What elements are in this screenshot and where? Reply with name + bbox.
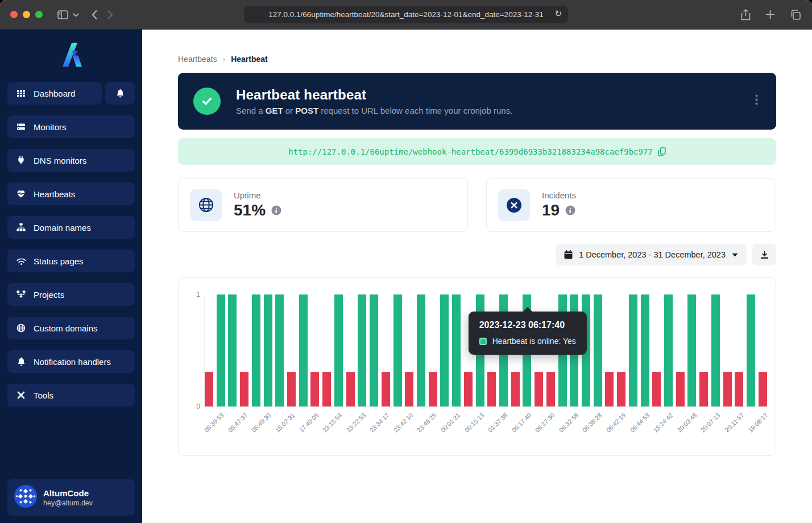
sidebar-item-projects[interactable]: Projects xyxy=(7,283,135,306)
heartbeat-bar-offline[interactable] xyxy=(487,372,496,406)
sidebar-item-status-pages[interactable]: Status pages xyxy=(7,250,135,272)
heartbeat-bar-online[interactable] xyxy=(299,294,308,406)
heartbeat-bar-online[interactable] xyxy=(747,294,755,406)
heartbeat-bar-offline[interactable] xyxy=(382,372,390,406)
minimize-window-button[interactable] xyxy=(23,11,30,18)
copy-icon[interactable] xyxy=(658,147,666,156)
heartbeat-bar-offline[interactable] xyxy=(322,372,331,406)
heartbeat-bar-online[interactable] xyxy=(641,294,649,406)
heartbeat-bar-online[interactable] xyxy=(370,294,378,406)
heartbeat-bar-online[interactable] xyxy=(711,294,720,406)
heartbeat-bar-online[interactable] xyxy=(228,294,237,406)
close-window-button[interactable] xyxy=(10,11,18,18)
globe-solid-icon xyxy=(190,189,222,221)
info-icon[interactable] xyxy=(565,205,575,215)
sidebar-item-label: Dashboard xyxy=(34,89,75,98)
heartbeat-bar-offline[interactable] xyxy=(605,372,614,406)
heartbeat-bar-online[interactable] xyxy=(275,294,284,406)
user-email: hey@altum.dev xyxy=(43,499,93,507)
heartbeat-bar-offline[interactable] xyxy=(464,372,473,406)
breadcrumb-parent-link[interactable]: Heartbeats xyxy=(178,55,217,64)
heartbeat-bar-offline[interactable] xyxy=(310,372,319,406)
heartbeat-bar-offline[interactable] xyxy=(205,372,213,406)
address-bar[interactable]: 127.0.0.1/66uptime/heartbeat/20&start_da… xyxy=(244,6,568,23)
heartbeat-bar-online[interactable] xyxy=(264,294,272,406)
heartbeat-bar-online[interactable] xyxy=(687,294,696,406)
heartbeat-bar-offline[interactable] xyxy=(240,372,248,406)
heartbeat-bar-online[interactable] xyxy=(393,294,402,406)
heartbeat-bar-offline[interactable] xyxy=(535,372,543,406)
share-icon[interactable] xyxy=(741,9,751,20)
sidebar-item-dashboard[interactable]: Dashboard xyxy=(7,82,102,105)
heartbeat-bar-online[interactable] xyxy=(217,294,225,406)
sidebar-item-custom-domains[interactable]: Custom domains xyxy=(7,317,135,339)
y-axis-tick-1: 1 xyxy=(188,290,200,298)
reload-icon[interactable]: ↻ xyxy=(554,9,562,19)
x-axis-tick-label: 20:07:13 xyxy=(699,412,722,434)
heartbeat-bar-offline[interactable] xyxy=(511,372,520,406)
url-text: 127.0.0.1/66uptime/heartbeat/20&start_da… xyxy=(268,10,543,19)
browser-window: 127.0.0.1/66uptime/heartbeat/20&start_da… xyxy=(0,0,812,523)
heartbeat-bar-online[interactable] xyxy=(629,294,637,406)
sidebar-item-label: Projects xyxy=(34,290,64,300)
x-axis-tick-label: 15:07:31 xyxy=(274,412,296,434)
sidebar-item-label: Notification handlers xyxy=(34,357,111,367)
heartbeat-bar-online[interactable] xyxy=(440,294,449,406)
tools-icon xyxy=(16,391,26,400)
heartbeat-bar-online[interactable] xyxy=(334,294,343,406)
new-tab-icon[interactable] xyxy=(765,10,775,19)
user-profile[interactable]: AltumCode hey@altum.dev xyxy=(7,479,135,516)
heartbeat-bar-offline[interactable] xyxy=(723,372,732,406)
sidebar-toggle-icon[interactable] xyxy=(57,10,68,19)
sidebar-item-label: Tools xyxy=(34,391,53,400)
download-report-button[interactable] xyxy=(752,244,776,265)
zoom-window-button[interactable] xyxy=(35,11,43,18)
kebab-menu-icon[interactable] xyxy=(755,94,758,107)
diagram-icon xyxy=(16,290,26,299)
date-range-picker[interactable]: 1 December, 2023 - 31 December, 2023 xyxy=(556,244,747,265)
sidebar-item-monitors[interactable]: Monitors xyxy=(7,115,135,138)
heartbeat-bar-online[interactable] xyxy=(452,294,461,406)
heartbeat-bar-online[interactable] xyxy=(358,294,366,406)
heartbeat-bar-offline[interactable] xyxy=(346,372,355,406)
caret-down-icon xyxy=(732,253,738,257)
notifications-bell-button[interactable] xyxy=(105,82,135,105)
sidebar-item-dns-monitors[interactable]: DNS monitors xyxy=(7,149,135,172)
heartbeat-bar-offline[interactable] xyxy=(429,372,437,406)
chart-tooltip: 2023-12-23 06:17:40 Heartbeat is online:… xyxy=(469,312,587,355)
heartbeat-bar-online[interactable] xyxy=(664,294,673,406)
x-axis-tick-label: 01:37:38 xyxy=(487,412,509,434)
tab-overview-icon[interactable] xyxy=(790,10,801,20)
heartbeat-bar-online[interactable] xyxy=(594,294,602,406)
chevron-down-icon[interactable] xyxy=(73,13,79,17)
heartbeat-bar-online[interactable] xyxy=(417,294,425,406)
heartbeat-bar-offline[interactable] xyxy=(699,372,708,406)
heartbeat-bar-offline[interactable] xyxy=(652,372,661,406)
breadcrumb-separator: › xyxy=(222,55,225,64)
info-icon[interactable] xyxy=(271,205,281,215)
main-content: Heartbeats › Heartbeat Heartbeat heartbe… xyxy=(142,30,812,523)
sidebar-item-notification-handlers[interactable]: Notification handlers xyxy=(7,350,135,373)
sidebar-row-status-pages: Status pages xyxy=(7,250,135,272)
download-icon xyxy=(760,251,769,259)
heartbeat-bar-offline[interactable] xyxy=(405,372,413,406)
sidebar-item-heartbeats[interactable]: Heartbeats xyxy=(7,182,135,205)
x-axis-tick-label: 06:38:28 xyxy=(581,412,603,434)
heartbeat-bar-offline[interactable] xyxy=(287,372,296,406)
sidebar-item-label: Domain names xyxy=(34,223,91,233)
heartbeat-bar-offline[interactable] xyxy=(735,372,743,406)
heartbeat-bar-offline[interactable] xyxy=(676,372,685,406)
sidebar-item-tools[interactable]: Tools xyxy=(7,384,135,406)
forward-button[interactable] xyxy=(107,10,113,20)
calendar-icon xyxy=(564,250,573,259)
back-button[interactable] xyxy=(92,10,98,20)
heartbeat-bar-offline[interactable] xyxy=(617,372,625,406)
x-axis-tick-label: 00:15:13 xyxy=(463,412,485,434)
heartbeat-bar-online[interactable] xyxy=(252,294,260,406)
uptime-value: 51% xyxy=(234,201,266,219)
sidebar-item-domain-names[interactable]: Domain names xyxy=(7,216,135,239)
heartbeat-bar-offline[interactable] xyxy=(546,372,555,406)
heartbeat-bar-offline[interactable] xyxy=(759,372,767,406)
app-logo[interactable] xyxy=(7,30,135,82)
webhook-url-banner[interactable]: http://127.0.0.1/66uptime/webhook-heartb… xyxy=(178,138,776,165)
